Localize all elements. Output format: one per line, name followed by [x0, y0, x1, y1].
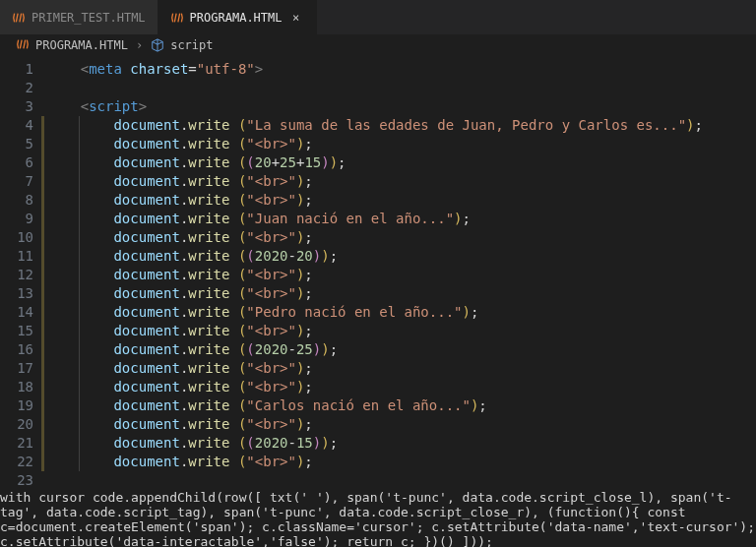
html-file-icon [170, 11, 184, 25]
close-icon[interactable]: × [288, 11, 304, 25]
symbol-icon [151, 38, 164, 52]
tab-programa[interactable]: PROGRAMA.HTML × [158, 0, 317, 34]
html-file-icon [12, 11, 26, 25]
breadcrumb-symbol: script [170, 38, 213, 52]
tab-label: PROGRAMA.HTML [190, 11, 283, 25]
line-number-gutter: 1234567891011121314151617181920212223 [0, 60, 47, 490]
chevron-right-icon: › [136, 38, 143, 52]
code-editor[interactable]: 1234567891011121314151617181920212223 <m… [0, 56, 756, 490]
html-file-icon [16, 37, 30, 54]
breadcrumb[interactable]: PROGRAMA.HTML › script [0, 34, 756, 56]
tab-primer-test[interactable]: PRIMER_TEST.HTML [0, 0, 158, 34]
code-area[interactable]: <meta charset="utf-8"> <script> document… [47, 60, 756, 490]
tab-label: PRIMER_TEST.HTML [32, 11, 146, 25]
tab-bar: PRIMER_TEST.HTML PROGRAMA.HTML × [0, 0, 756, 34]
breadcrumb-file: PROGRAMA.HTML [35, 38, 128, 52]
